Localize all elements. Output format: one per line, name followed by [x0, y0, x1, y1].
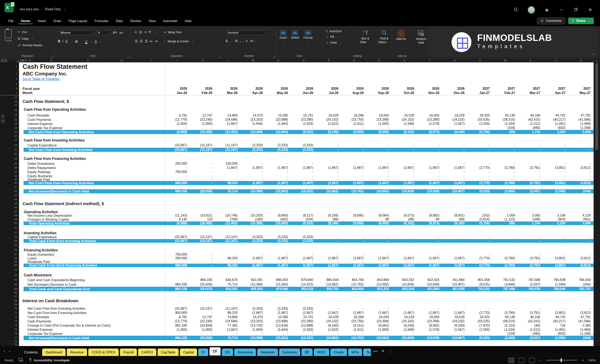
row-label-29[interactable]: Capital Expenditure: [19, 143, 165, 148]
cell-r64-m17[interactable]: (244): [568, 282, 594, 287]
cell-r66-m7[interactable]: [316, 291, 341, 294]
insert-cells-button[interactable]: Insert⌄: [280, 31, 287, 43]
cell-r75-m11[interactable]: (1,578): [417, 328, 442, 332]
cell-r6-m4[interactable]: 2026: [240, 87, 266, 91]
cell-r35-m2[interactable]: -: [190, 162, 215, 166]
cell-r71-m3[interactable]: 98,333: [215, 311, 240, 315]
cell-r79-m13[interactable]: [468, 343, 493, 346]
cell-r50-m5[interactable]: (10,063): [266, 221, 291, 225]
cell-r55-m2[interactable]: [190, 243, 215, 248]
cell-r51-m1[interactable]: [165, 225, 190, 231]
cell-r56-m5[interactable]: [266, 248, 291, 253]
cell-r56-m16[interactable]: [543, 248, 568, 253]
row-number-66[interactable]: 66: [5, 291, 19, 294]
cell-r23-m10[interactable]: (1,589): [392, 122, 417, 126]
cell-r35-m11[interactable]: -: [417, 162, 442, 166]
cell-r25-m3[interactable]: (11,452): [215, 130, 240, 134]
column-header-O[interactable]: O: [291, 59, 316, 62]
row-label-14[interactable]: Cash Flow Statement, $: [19, 99, 165, 103]
cell-r23-m3[interactable]: (1,667): [215, 122, 240, 126]
cell-r14-m6[interactable]: [291, 99, 316, 103]
row-number-2[interactable]: 2: [5, 71, 19, 76]
new-sheet-button[interactable]: +: [382, 348, 384, 354]
cell-r60-m10[interactable]: (1,667): [392, 264, 417, 267]
cell-r24-m4[interactable]: -: [240, 126, 266, 130]
row-label-39[interactable]: Dividends Paid: [19, 178, 165, 181]
cell-r47-m14[interactable]: [493, 209, 518, 214]
cell-r59-m7[interactable]: -: [316, 260, 341, 264]
cell-r58-m6[interactable]: (1,667): [291, 257, 316, 260]
cell-r63-m7[interactable]: 865,618: [316, 278, 341, 282]
cell-r29-m16[interactable]: -: [543, 143, 568, 148]
cell-r13-m16[interactable]: [543, 95, 568, 99]
row-label-6[interactable]: Fiscal year: [19, 87, 165, 91]
cell-r7-m11[interactable]: Nov-26: [417, 91, 442, 95]
row-label-69[interactable]: [19, 303, 165, 306]
format-painter-button[interactable]: 🖉Format Painter: [18, 43, 42, 47]
cell-r64-m11[interactable]: (10,639): [417, 282, 442, 287]
cell-r47-m1[interactable]: [165, 209, 190, 214]
row-label-52[interactable]: Investing Activities: [19, 231, 165, 235]
cell-r66-m9[interactable]: [366, 291, 392, 294]
cell-r66-m15[interactable]: [518, 291, 543, 294]
cell-r79-m5[interactable]: [266, 343, 291, 346]
cell-r33-m5[interactable]: [266, 156, 291, 162]
cell-r57-m5[interactable]: -: [266, 253, 291, 257]
cell-r25-m11[interactable]: (8,973): [417, 130, 442, 134]
cell-r2-m15[interactable]: [518, 71, 543, 76]
cell-r19-m10[interactable]: 16,529: [392, 113, 417, 118]
cell-r22-m17[interactable]: (41,586): [568, 118, 594, 122]
cell-r62-m13[interactable]: [468, 273, 493, 278]
cell-r49-m5[interactable]: (402): [266, 217, 291, 221]
cell-r48-m12[interactable]: (9,051): [442, 214, 468, 217]
cell-r73-m14[interactable]: (38,510): [493, 319, 518, 323]
cell-r7-m8[interactable]: Aug-26: [341, 91, 366, 95]
cell-r62-m2[interactable]: [190, 273, 215, 278]
cell-r23-m8[interactable]: (1,611): [341, 122, 366, 126]
cell-r36-m13[interactable]: (3,770): [468, 166, 493, 170]
cell-r53-m16[interactable]: -: [543, 235, 568, 239]
cell-r49-m1[interactable]: 4,145: [165, 217, 190, 221]
cell-r63-m13[interactable]: 801,058: [468, 278, 493, 282]
cell-r31-m13[interactable]: -: [468, 148, 493, 152]
cell-r24-m13[interactable]: -: [468, 126, 493, 130]
row-number-61[interactable]: 61: [5, 267, 19, 273]
row-number-1[interactable]: 1: [5, 62, 19, 71]
row-label-26[interactable]: [19, 134, 165, 138]
cell-r74-m4[interactable]: (13,733): [240, 323, 266, 328]
cell-r39-m1[interactable]: -: [165, 178, 190, 181]
cell-r51-m6[interactable]: [291, 225, 316, 231]
document-state[interactable]: Read-Only: [45, 8, 61, 11]
cell-r52-m5[interactable]: [266, 231, 291, 235]
cell-r79-m15[interactable]: [518, 343, 543, 346]
cell-r68-m5[interactable]: [266, 299, 291, 303]
cell-r74-m14[interactable]: (2,153): [493, 323, 518, 328]
cell-r70-m1[interactable]: (32,667): [165, 306, 190, 311]
cell-r59-m3[interactable]: -: [215, 260, 240, 264]
cell-r14-m5[interactable]: [266, 99, 291, 103]
cell-r44-m1[interactable]: [165, 197, 190, 202]
cell-r68-m12[interactable]: [442, 299, 468, 303]
cell-r75-m7[interactable]: (1,622): [316, 328, 341, 332]
share-button[interactable]: ↗ Share ⌄: [568, 18, 594, 24]
cell-r74-m8[interactable]: (9,151): [341, 323, 366, 328]
cell-r70-m9[interactable]: -: [366, 306, 392, 311]
more-sheets-button[interactable]: •••: [373, 349, 378, 353]
cell-r73-m6[interactable]: (23,390): [291, 319, 316, 323]
cell-r48-m13[interactable]: (142): [468, 214, 493, 217]
zoom-level[interactable]: 100%: [588, 359, 596, 362]
cell-r77-m11[interactable]: (10,639): [417, 336, 442, 340]
cell-r63-m11[interactable]: 822,504: [417, 278, 442, 282]
cell-r6-m15[interactable]: 2027: [518, 87, 543, 91]
cell-r67-m15[interactable]: [518, 294, 543, 299]
cell-r3-m8[interactable]: [341, 76, 366, 82]
orientation-button[interactable]: ⤧: [149, 30, 151, 34]
cell-r48-m14[interactable]: 1,059: [493, 214, 518, 217]
row-label-49[interactable]: Changes in Working Capital: [19, 217, 165, 221]
column-header-Y[interactable]: Y: [543, 59, 568, 62]
cell-r35-m15[interactable]: -: [518, 162, 543, 166]
cell-r2-m14[interactable]: [493, 71, 518, 76]
cell-r13-m3[interactable]: [215, 95, 240, 99]
cell-r48-m7[interactable]: (9,106): [316, 214, 341, 217]
cell-r52-m3[interactable]: [215, 231, 240, 235]
